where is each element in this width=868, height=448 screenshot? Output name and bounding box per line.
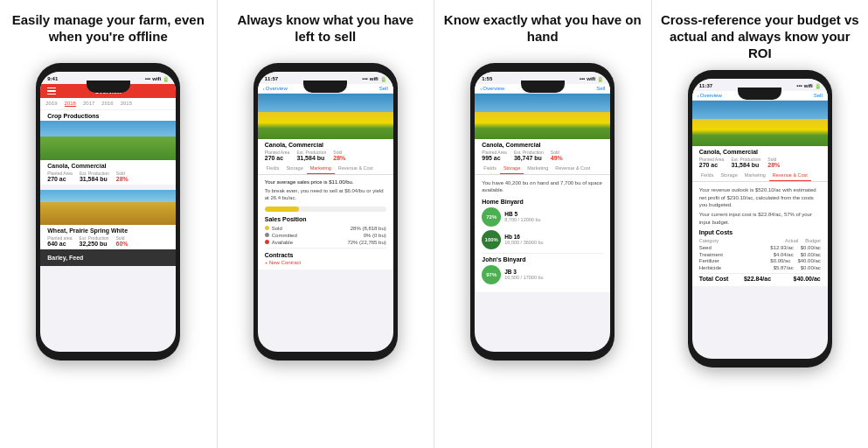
- tab-storage[interactable]: Storage: [717, 170, 740, 181]
- phone4-crop-image: [692, 101, 828, 146]
- phone3-bin-jb3-info: JB 3 16,500 / 17000 bu: [504, 269, 603, 280]
- th-actual: Actual: [785, 238, 798, 243]
- phone3-binyard1-title: Home Binyard: [482, 199, 603, 205]
- phone3-sold: Sold 49%: [551, 150, 563, 161]
- panel2-title: Always know what you have left to sell: [226, 12, 426, 54]
- phone1-crop2-image: [40, 190, 176, 225]
- th-budget: Budget: [805, 238, 820, 243]
- phone2-sold-row: Sold 28% (8,818 bu): [265, 226, 386, 231]
- tab-marketing[interactable]: Marketing: [741, 170, 769, 181]
- phone4-sell-button[interactable]: Sell: [814, 93, 823, 98]
- wifi-icon: wifi: [804, 83, 813, 88]
- phone1-crop2-stats: Planted area 640 ac Est. Production 32,2…: [47, 235, 169, 247]
- panel-roi: Cross-reference your budget vs actual an…: [652, 0, 869, 448]
- phone4: 11:37 ▪▪▪ wifi 🔋 ‹ Overview Sell: [688, 70, 832, 368]
- tab-storage[interactable]: Storage: [282, 163, 306, 174]
- battery-icon: 🔋: [815, 83, 821, 89]
- phone3-crop-name: Canola, Commercial: [482, 142, 603, 148]
- tab-revenue[interactable]: Revenue & Cost: [335, 163, 377, 174]
- phone1-time: 9:41: [47, 76, 58, 81]
- phone2-content: Your average sales price is $11.00/bu. T…: [258, 175, 393, 270]
- phone1-crop2-sold: Sold 60%: [116, 235, 128, 247]
- phone1-section-title: Crop Productions: [40, 110, 176, 121]
- phone4-tabs: Fields Storage Marketing Revenue & Cost: [692, 170, 828, 182]
- phone2-crop-image: [258, 94, 393, 139]
- phone4-screen: 11:37 ▪▪▪ wifi 🔋 ‹ Overview Sell: [692, 79, 828, 359]
- panel4-title: Cross-reference your budget vs actual an…: [661, 12, 860, 61]
- sold-dot: [265, 226, 269, 230]
- phone3-bin-jb3-circle: 97%: [482, 265, 501, 284]
- phone2-sell-button[interactable]: Sell: [379, 86, 388, 91]
- year-tab-2018[interactable]: 2018: [65, 101, 76, 107]
- phone3: 1:55 ▪▪▪ wifi 🔋 ‹ Overview Sell: [470, 63, 615, 360]
- th-category: Category: [699, 238, 785, 243]
- phone3-planted: Planted Area 995 ac: [482, 150, 507, 161]
- phone4-notch: [738, 88, 781, 100]
- phone3-tabs: Fields Storage Marketing Revenue & Cost: [475, 163, 610, 175]
- phone2-sold-label: Sold: [265, 226, 282, 231]
- phone3-content: You have 40,200 bu on hand and 7,700 bu …: [475, 175, 610, 292]
- phone1-crop1-sold: Sold 28%: [116, 171, 128, 182]
- table-row-fertilizer: Fertilizer $0.00/ac $40.00/ac: [699, 258, 821, 263]
- tab-fields[interactable]: Fields: [698, 170, 718, 181]
- year-tab-2017[interactable]: 2017: [83, 101, 94, 107]
- phone2-available-value: 72% (22,765 bu): [347, 240, 385, 245]
- signal-icon: ▪▪▪: [145, 76, 150, 81]
- phone4-est: Est. Production 31,584 bu: [731, 157, 760, 168]
- tab-revenue-cost[interactable]: Revenue & Cost: [769, 170, 811, 181]
- phone2-available-row: Available 72% (22,765 bu): [265, 240, 386, 245]
- panel3-title: Know exactly what you have on hand: [443, 12, 642, 54]
- phone3-back-button[interactable]: ‹ Overview: [480, 86, 504, 91]
- phone2-tabs: Fields Storage Marketing Revenue & Cost: [258, 163, 393, 175]
- phone3-status-icons: ▪▪▪ wifi 🔋: [580, 76, 603, 82]
- year-tab-2016[interactable]: 2016: [101, 101, 113, 107]
- tab-fields[interactable]: Fields: [263, 163, 283, 174]
- tab-revenue[interactable]: Revenue & Cost: [552, 163, 594, 174]
- year-tab-2015[interactable]: 2015: [121, 101, 132, 107]
- phone3-est: Est. Production 36,747 bu: [514, 150, 544, 161]
- phone4-table-header: Category Actual Budget: [699, 238, 821, 243]
- phone3-intro: You have 40,200 bu on hand and 7,700 bu …: [482, 179, 603, 194]
- menu-icon[interactable]: [47, 88, 56, 94]
- available-dot: [265, 240, 269, 244]
- phone4-back-button[interactable]: ‹ Overview: [698, 93, 722, 98]
- phone2-available-label: Available: [265, 240, 293, 245]
- chevron-left-icon: ‹: [698, 93, 699, 98]
- phone4-crop-stats: Planted Area 270 ac Est. Production 31,5…: [699, 157, 821, 168]
- chevron-left-icon: ‹: [480, 86, 482, 91]
- phone3-bin-hb5-info: HB 5 8,700 / 12000 bu: [504, 211, 603, 222]
- panel-storage: Know exactly what you have on hand 1:55 …: [434, 0, 652, 448]
- battery-icon: 🔋: [163, 76, 169, 82]
- phone1-crop1-name: Canola, Commercial: [47, 163, 169, 169]
- phone2-back-button[interactable]: ‹ Overview: [263, 86, 288, 91]
- tab-marketing[interactable]: Marketing: [307, 163, 335, 174]
- phone2-committed-label: Committed: [265, 233, 297, 238]
- phone1-crop1-image: [40, 121, 176, 160]
- tab-storage[interactable]: Storage: [500, 163, 524, 174]
- phone3-sell-button[interactable]: Sell: [596, 86, 605, 91]
- tab-marketing[interactable]: Marketing: [524, 163, 552, 174]
- phone1-crop1-est: Est. Production 31,584 bu: [80, 171, 109, 182]
- phone1-status-icons: ▪▪▪ wifi 🔋: [145, 76, 169, 82]
- wifi-icon: wifi: [370, 76, 378, 81]
- phone1-screen: 9:41 ▪▪▪ wifi 🔋 Overview 2019 2018 2017 …: [40, 72, 176, 352]
- committed-dot: [265, 233, 269, 237]
- phone1-crop1-stats: Planted Area 270 ac Est. Production 31,5…: [47, 171, 169, 182]
- tab-fields[interactable]: Fields: [480, 163, 500, 174]
- signal-icon: ▪▪▪: [362, 76, 367, 81]
- phone4-crop-name: Canola, Commercial: [699, 149, 821, 155]
- phone4-total-row: Total Cost $22.84/ac $40.00/ac: [699, 273, 821, 282]
- year-tab-2019[interactable]: 2019: [45, 101, 57, 107]
- phone2-contracts-title: Contracts: [265, 252, 386, 258]
- phone4-revenue-text: Your revenue outlook is $520.10/ac with …: [699, 186, 821, 208]
- phone3-crop-image: [475, 94, 610, 139]
- phone4-input-costs-title: Input Costs: [699, 229, 821, 235]
- phone2-new-contract-button[interactable]: + New Contract: [265, 260, 386, 265]
- phone2-sales-title: Sales Position: [265, 216, 386, 222]
- chevron-left-icon: ‹: [263, 86, 265, 91]
- phone2-sold-value: 28% (8,818 bu): [351, 226, 386, 231]
- phone1-crop2-name: Wheat, Prairie Spring White: [47, 228, 169, 234]
- phone2-screen: 11:57 ▪▪▪ wifi 🔋 ‹ Overview Sell: [258, 72, 393, 352]
- phone3-crop-stats: Planted Area 995 ac Est. Production 36,7…: [482, 150, 603, 161]
- phone2-crop-name: Canola, Commercial: [265, 142, 386, 148]
